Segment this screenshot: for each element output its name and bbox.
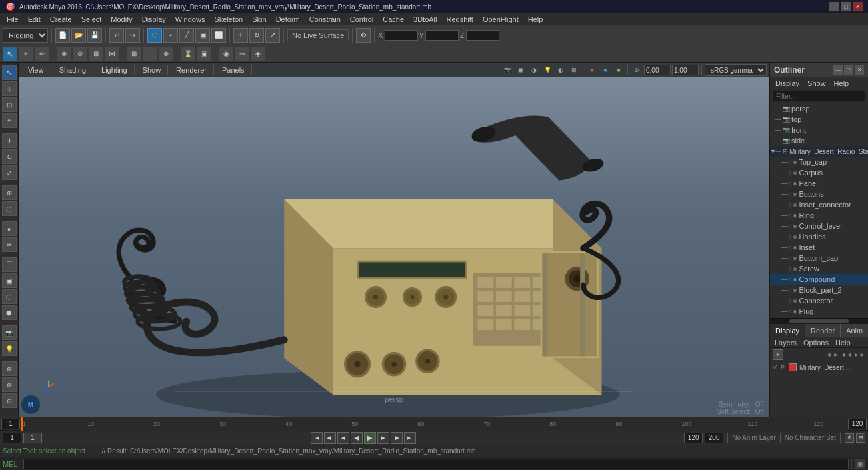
menu-display[interactable]: Display [138, 13, 170, 25]
menu-deform[interactable]: Deform [272, 13, 304, 25]
scale-obj-button[interactable]: ⤢ [2, 165, 17, 180]
menu-edit[interactable]: Edit [24, 13, 45, 25]
tab-shading[interactable]: Shading [53, 65, 93, 75]
face-mode-button[interactable]: ▣ [195, 28, 210, 43]
current-frame-input[interactable] [23, 433, 42, 443]
playback-frame-end[interactable] [684, 433, 703, 443]
rotate-button[interactable]: ⊙ [73, 47, 87, 61]
paint-button[interactable]: ✏ [2, 237, 17, 252]
menu-skin[interactable]: Skin [248, 13, 270, 25]
render-settings-button[interactable]: ⚙ [356, 28, 371, 43]
menu-control[interactable]: Control [346, 13, 377, 25]
close-button[interactable]: ✕ [853, 2, 863, 11]
playback-frame-start[interactable] [3, 433, 21, 443]
menu-cache[interactable]: Cache [379, 13, 408, 25]
anim-settings-button[interactable]: ⊞ [856, 433, 865, 443]
outliner-minimize-button[interactable]: — [833, 65, 843, 75]
script-editor-button[interactable]: ▣ [855, 459, 865, 469]
bottom-tab-anim[interactable]: Anim [841, 324, 868, 337]
new-file-button[interactable]: 📄 [55, 28, 70, 43]
joint-tool-button[interactable]: ◉ [219, 47, 233, 61]
vp-color1-icon[interactable]: ■ [586, 64, 598, 76]
playback-anim-end[interactable] [705, 433, 723, 443]
snap-grid-button[interactable]: ⊞ [127, 47, 141, 61]
go-start-button[interactable]: |◄ [311, 432, 323, 444]
ik-handle-button[interactable]: ⊸ [235, 47, 249, 61]
snap-point-button[interactable]: ⊕ [159, 47, 173, 61]
gamma-dropdown[interactable]: sRGB gamma [705, 64, 767, 76]
outliner-close-button[interactable]: ✕ [855, 65, 864, 75]
bottom-menu-layers[interactable]: Layers [773, 339, 799, 347]
tree-item-compound[interactable]: — ○ ◈ Compound [770, 274, 868, 285]
constrain-button[interactable]: ⊙ [2, 393, 17, 408]
light-button[interactable]: 💡 [2, 341, 17, 356]
prev-key-button[interactable]: ◄| [324, 432, 336, 444]
vp-resolution-icon[interactable]: ⊞ [568, 64, 580, 76]
move-obj-button[interactable]: ✛ [2, 133, 17, 148]
history-button[interactable]: ⌛ [181, 47, 195, 61]
scale-tool-button[interactable]: ⤢ [265, 28, 280, 43]
surface-button[interactable]: ▣ [2, 273, 17, 288]
x-input[interactable] [385, 30, 418, 41]
uv-mode-button[interactable]: ⬜ [211, 28, 226, 43]
bottom-menu-help[interactable]: Help [833, 339, 853, 347]
next-frame-button[interactable]: ► [377, 432, 389, 444]
outliner-tree-container[interactable]: — 📷 persp — 📷 top — 📷 front [770, 103, 868, 318]
tree-item-side[interactable]: — 📷 side [770, 135, 868, 146]
move-button[interactable]: ⊕ [57, 47, 71, 61]
bottom-menu-options[interactable]: Options [801, 339, 831, 347]
play-back-button[interactable]: ◀ [351, 432, 363, 444]
z-input[interactable] [466, 30, 499, 41]
new-layer-button[interactable]: + [773, 349, 783, 360]
snap-curve-button[interactable]: ⌒ [143, 47, 157, 61]
bottom-tab-display[interactable]: Display [770, 324, 805, 337]
mode-dropdown[interactable]: Rigging [3, 28, 48, 43]
menu-create[interactable]: Create [46, 13, 76, 25]
vp-color2-icon[interactable]: ■ [599, 64, 611, 76]
outliner-hscroll[interactable] [770, 318, 868, 323]
vp-light-icon[interactable]: 💡 [541, 64, 553, 76]
vp-field1[interactable] [644, 65, 671, 75]
vp-shadow-icon[interactable]: ◐ [555, 64, 567, 76]
scale-button[interactable]: ⊞ [89, 47, 103, 61]
vp-shading-icon[interactable]: ◑ [528, 64, 540, 76]
tab-lighting[interactable]: Lighting [95, 65, 135, 75]
skinning-button[interactable]: ◈ [251, 47, 265, 61]
mel-input[interactable] [23, 459, 849, 469]
curve-button[interactable]: ⌒ [2, 257, 17, 272]
layer-item-military[interactable]: V P Military_Desert_Radio_ [770, 361, 868, 373]
move-tool-button[interactable]: ✛ [233, 28, 248, 43]
undo-button[interactable]: ↩ [109, 28, 124, 43]
tree-item-bottom-cap[interactable]: — ○ ◈ Bottom_cap [770, 253, 868, 263]
menu-openflight[interactable]: OpenFlight [479, 13, 523, 25]
minimize-button[interactable]: — [829, 2, 839, 11]
playback-settings-button[interactable]: ⚙ [845, 433, 854, 443]
vertex-mode-button[interactable]: ▪ [163, 28, 178, 43]
deform-button[interactable]: ⊗ [2, 377, 17, 392]
tree-item-ring[interactable]: — ○ ◈ Ring [770, 210, 868, 221]
outliner-menu-help[interactable]: Help [831, 79, 852, 87]
tree-item-block-part-2[interactable]: — ○ ◈ Block_part_2 [770, 285, 868, 295]
save-file-button[interactable]: 💾 [87, 28, 102, 43]
tree-item-screw[interactable]: — ○ ◈ Screw [770, 263, 868, 274]
dynamics-button[interactable]: ⊛ [2, 361, 17, 376]
menu-file[interactable]: File [3, 13, 23, 25]
soft-mod-button[interactable]: ◌ [2, 201, 17, 216]
open-file-button[interactable]: 📂 [71, 28, 86, 43]
outliner-menu-display[interactable]: Display [773, 79, 802, 87]
tree-item-panel[interactable]: — ○ ◈ Panel [770, 178, 868, 189]
menu-modify[interactable]: Modify [107, 13, 136, 25]
tree-item-top-cap[interactable]: — ○ ◈ Top_cap [770, 157, 868, 167]
tree-item-inset-connector[interactable]: — ○ ◈ Inset_connector [770, 199, 868, 210]
menu-redshift[interactable]: Redshift [443, 13, 477, 25]
select-hier-button[interactable]: ⊹ [2, 81, 17, 96]
menu-windows[interactable]: Windows [171, 13, 209, 25]
show-manip-button[interactable]: ⊕ [2, 185, 17, 200]
tree-item-connector[interactable]: — ○ ◈ Connector [770, 295, 868, 306]
subdiv-button[interactable]: ⬢ [2, 305, 17, 320]
vp-color3-icon[interactable]: ■ [613, 64, 625, 76]
select-tool-button[interactable]: ↖ [3, 47, 17, 61]
bottom-tab-render[interactable]: Render [805, 324, 841, 337]
vp-display-icon[interactable]: ▣ [515, 64, 527, 76]
tree-item-buttons[interactable]: — ○ ◈ Buttons [770, 189, 868, 199]
